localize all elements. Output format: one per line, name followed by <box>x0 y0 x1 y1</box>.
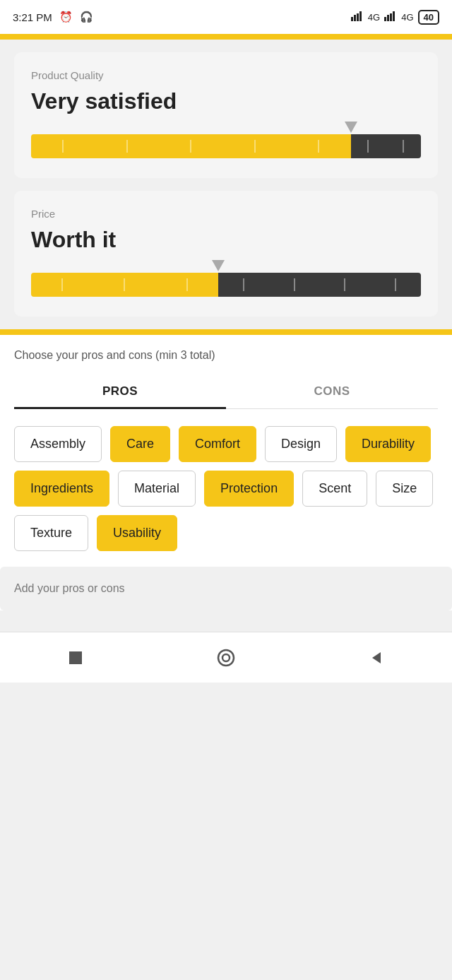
accent-bar-middle <box>0 329 452 335</box>
tag-btn-design[interactable]: Design <box>265 426 337 462</box>
svg-rect-3 <box>359 11 362 21</box>
headphone-icon: 🎧 <box>80 11 93 23</box>
tag-btn-protection[interactable]: Protection <box>204 471 294 507</box>
nav-bar <box>0 632 452 683</box>
tag-btn-ingredients[interactable]: Ingredients <box>14 471 109 507</box>
price-track <box>31 273 421 297</box>
add-pros-cons-input[interactable] <box>14 582 438 595</box>
price-slider-wrapper[interactable] <box>31 273 421 297</box>
tag-btn-size[interactable]: Size <box>376 471 433 507</box>
nav-home-icon[interactable] <box>215 647 237 668</box>
pros-cons-section: Choose your pros and cons (min 3 total) … <box>0 335 452 610</box>
price-thumb <box>210 257 226 273</box>
signal-icon-2 <box>384 11 397 23</box>
svg-rect-7 <box>393 11 395 21</box>
product-quality-label: Product Quality <box>31 69 421 81</box>
svg-rect-4 <box>384 17 386 21</box>
nav-stop-icon[interactable] <box>65 647 86 668</box>
svg-rect-5 <box>387 15 389 21</box>
status-bar: 3:21 PM ⏰ 🎧 4G 4G 40 <box>0 0 452 34</box>
tag-btn-assembly[interactable]: Assembly <box>14 426 102 462</box>
network-label-1: 4G <box>368 12 380 23</box>
price-value: Worth it <box>31 227 421 253</box>
svg-marker-13 <box>372 652 381 663</box>
tag-btn-comfort[interactable]: Comfort <box>179 426 256 462</box>
svg-rect-1 <box>354 15 356 21</box>
product-quality-track <box>31 134 421 158</box>
signal-icon <box>351 11 364 23</box>
tag-btn-care[interactable]: Care <box>110 426 170 462</box>
price-card: Price Worth it <box>14 191 438 317</box>
tag-btn-scent[interactable]: Scent <box>302 471 367 507</box>
svg-rect-0 <box>351 17 353 21</box>
svg-rect-6 <box>390 13 392 21</box>
product-quality-remaining <box>351 134 421 158</box>
svg-point-11 <box>218 650 234 666</box>
tag-btn-usability[interactable]: Usability <box>97 515 177 551</box>
battery-indicator: 40 <box>418 10 439 25</box>
svg-rect-2 <box>357 13 359 21</box>
product-quality-thumb <box>343 119 359 134</box>
tab-pros[interactable]: PROS <box>14 377 226 409</box>
status-right: 4G 4G 40 <box>351 10 439 25</box>
price-remaining <box>218 273 421 297</box>
alarm-icon: ⏰ <box>59 11 73 23</box>
svg-marker-9 <box>212 260 225 271</box>
product-quality-value: Very satisfied <box>31 88 421 114</box>
price-fill <box>31 273 218 297</box>
product-quality-slider-wrapper[interactable] <box>31 134 421 158</box>
tags-container: AssemblyCareComfortDesignDurabilityIngre… <box>14 426 438 551</box>
pros-cons-title: Choose your pros and cons (min 3 total) <box>14 349 438 362</box>
add-input-wrapper <box>0 567 452 610</box>
tag-btn-durability[interactable]: Durability <box>345 426 431 462</box>
svg-marker-8 <box>345 122 357 133</box>
accent-bar-top <box>0 34 452 40</box>
pros-cons-tabs: PROS CONS <box>14 377 438 409</box>
tab-cons[interactable]: CONS <box>226 377 438 408</box>
time-display: 3:21 PM <box>13 11 52 23</box>
product-quality-fill <box>31 134 351 158</box>
network-label-2: 4G <box>401 12 413 23</box>
tag-btn-material[interactable]: Material <box>118 471 196 507</box>
status-left: 3:21 PM ⏰ 🎧 <box>13 11 93 23</box>
svg-point-12 <box>222 654 230 661</box>
price-label: Price <box>31 208 421 220</box>
product-quality-card: Product Quality Very satisfied <box>14 52 438 178</box>
svg-rect-10 <box>69 651 82 664</box>
nav-back-icon[interactable] <box>366 647 387 668</box>
tag-btn-texture[interactable]: Texture <box>14 515 88 551</box>
